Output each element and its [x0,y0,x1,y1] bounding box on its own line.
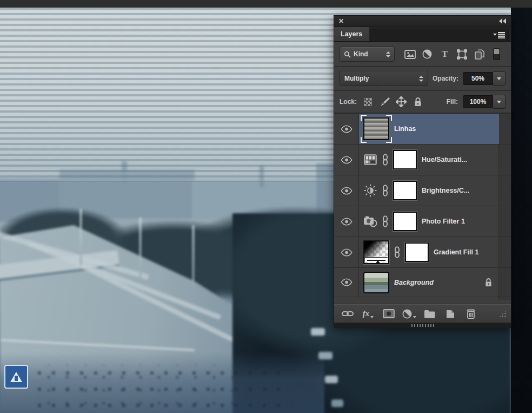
visibility-toggle[interactable] [334,114,359,144]
opacity-label: Opacity: [433,75,458,82]
fill-dropdown-button[interactable] [493,95,506,109]
layer-row-hue-saturation[interactable]: Hue/Saturati... [334,145,511,175]
layer-name[interactable]: Background [394,279,434,286]
car [325,376,338,383]
filter-row: Kind T [334,42,511,67]
blend-row: Multiply Opacity: 50% [334,67,511,91]
layer-name[interactable]: Hue/Saturati... [422,156,467,163]
light-pole [80,209,82,265]
layer-row-gradient-fill[interactable]: Gradient Fill 1 [334,237,511,268]
filter-kind-dropdown[interactable]: Kind [340,47,395,62]
type-layers-filter-icon[interactable]: T [437,47,452,61]
layer-row-photo-filter[interactable]: Photo Filter 1 [334,206,511,237]
car [311,328,325,336]
filter-kind-label: Kind [354,50,383,58]
layer-mask-thumbnail[interactable] [393,181,417,200]
mask-link-icon[interactable] [382,215,388,227]
panel-footer: fx [334,304,511,323]
canvas-top-border [0,0,532,8]
lock-image-pixels-icon[interactable] [378,96,390,108]
lock-row: Lock: Fill: 100% [334,91,511,114]
crosswalk-sign [4,365,28,389]
photo-filter-icon[interactable] [363,215,377,228]
eye-icon [341,248,353,257]
layers-panel: ✕ Layers Kind [334,15,511,327]
pixel-layers-filter-icon[interactable] [402,47,417,61]
panel-menu-icon[interactable] [493,32,505,38]
panel-resize-grip[interactable] [498,310,507,318]
filter-type-buttons: T [398,47,506,61]
eye-icon [341,187,353,195]
layer-list: Linhas Hue/Saturati... [334,114,511,297]
opacity-dropdown-button[interactable] [493,71,506,86]
tab-layers[interactable]: Layers [334,27,369,41]
new-adjustment-layer-icon[interactable] [400,307,418,321]
layer-mask-thumbnail[interactable] [393,212,417,231]
layer-name[interactable]: Gradient Fill 1 [434,248,478,256]
shape-layers-filter-icon[interactable] [455,47,470,61]
opacity-value[interactable]: 50% [463,72,493,85]
lock-transparent-pixels-icon[interactable] [362,96,374,108]
photoshop-workspace: ✕ Layers Kind [0,0,532,413]
background-lock-icon [484,278,493,287]
dark-photo-edge [511,8,532,413]
eye-icon [341,218,353,226]
new-layer-icon[interactable] [441,307,460,321]
panel-titlebar: ✕ [334,16,511,27]
layer-styles-icon[interactable]: fx [359,307,377,321]
layer-list-filler [334,297,511,304]
filter-toggle[interactable] [489,47,504,61]
link-layers-icon[interactable] [338,307,357,321]
panel-tab-bar: Layers [334,27,511,42]
layer-mask-thumbnail[interactable] [405,242,429,262]
layer-thumbnail[interactable] [363,272,389,293]
layer-thumbnail[interactable] [363,117,389,140]
panel-drag-handle[interactable] [411,324,434,327]
layer-row-linhas[interactable]: Linhas [334,114,511,145]
mask-link-icon[interactable] [382,154,388,166]
lock-position-icon[interactable] [395,96,407,108]
collapse-panel-icon[interactable] [499,18,507,24]
tab-well [370,29,509,41]
layer-mask-thumbnail[interactable] [393,150,417,169]
smart-objects-filter-icon[interactable] [472,47,487,61]
layer-row-background[interactable]: Background [334,268,511,297]
eye-icon [341,278,353,286]
close-icon[interactable]: ✕ [338,18,344,24]
pedestrians [32,365,292,413]
visibility-toggle[interactable] [334,206,359,237]
light-pole [192,225,194,289]
visibility-toggle[interactable] [334,237,359,267]
delete-layer-icon[interactable] [462,307,480,321]
light-pole [139,218,141,278]
brightness-contrast-icon[interactable] [363,184,377,197]
new-group-icon[interactable] [421,307,439,321]
hue-saturation-icon[interactable] [363,153,377,166]
layer-name[interactable]: Photo Filter 1 [422,218,465,225]
panel-bottom-strip [334,323,511,328]
car-queue [311,328,360,413]
blend-mode-select[interactable]: Multiply [340,71,428,86]
eye-icon [341,125,353,133]
lock-all-icon[interactable] [412,96,424,108]
spin-arrows-icon [386,51,390,57]
fill-label: Fill: [447,98,458,106]
spin-arrows-icon [419,76,423,82]
visibility-toggle[interactable] [334,268,359,297]
gradient-fill-thumbnail[interactable] [363,240,389,264]
search-icon [344,51,351,58]
layer-name[interactable]: Brightness/C... [422,187,469,194]
visibility-toggle[interactable] [334,145,359,175]
visibility-toggle[interactable] [334,175,359,206]
car [331,399,343,407]
fill-value[interactable]: 100% [463,95,493,108]
adjustment-layers-filter-icon[interactable] [420,47,435,61]
lock-label: Lock: [340,98,357,106]
mask-link-icon[interactable] [382,185,388,196]
eye-icon [341,156,353,164]
add-layer-mask-icon[interactable] [380,307,398,321]
mask-link-icon[interactable] [394,246,400,258]
layer-name[interactable]: Linhas [394,125,416,133]
blend-mode-value: Multiply [344,75,419,82]
layer-row-brightness-contrast[interactable]: Brightness/C... [334,175,511,206]
